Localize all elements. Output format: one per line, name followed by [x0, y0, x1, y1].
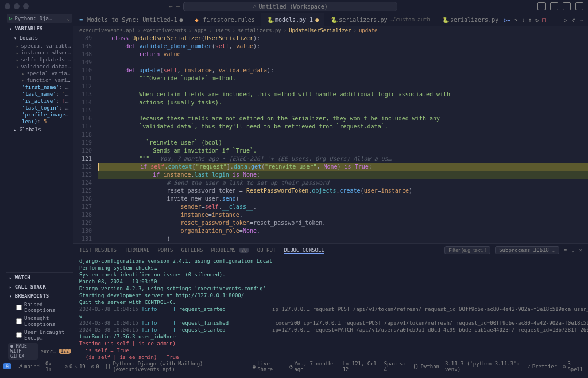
code-line[interactable]: # Send the user a link to set up their p… — [98, 179, 588, 187]
toggle-sidebar-icon[interactable] — [550, 2, 558, 10]
code-line[interactable]: """ You, 7 months ago • [EXEC-226] "+ (E… — [98, 155, 588, 163]
nav-back-icon[interactable]: ← — [169, 3, 173, 10]
subprocess-selector[interactable]: Subprocess 30618 ⌄ — [495, 246, 559, 254]
variable-item[interactable]: validated_data: {'first_… — [6, 63, 74, 70]
nav-forward-icon[interactable]: → — [176, 3, 180, 10]
cursor-position[interactable]: Ln 121, Col 12 — [342, 361, 378, 372]
editor-tab[interactable]: ≡Models to Sync: Untitled-1● — [74, 13, 189, 26]
interpreter-status[interactable]: {} Python: Django (with Mailhog) (execut… — [105, 361, 247, 372]
code-line[interactable]: reset_password_token=reset_password_toke… — [98, 219, 588, 227]
code-line[interactable]: if instance.last_login is None: — [98, 171, 588, 179]
close-window[interactable] — [5, 3, 10, 9]
code-line[interactable] — [98, 131, 588, 139]
code-line[interactable] — [98, 83, 588, 91]
breadcrumb-item[interactable]: UpdateUserSerializer — [289, 28, 351, 33]
locals-scope[interactable]: Locals — [6, 33, 74, 42]
remote-indicator[interactable]: ⎘ — [3, 363, 11, 369]
code-line[interactable]: instance=instance, — [98, 211, 588, 219]
variable-item[interactable]: 'is_active': True — [6, 98, 74, 104]
panel-tab[interactable]: Output — [257, 247, 276, 253]
code-line[interactable]: Because these fields are not defined on … — [98, 115, 588, 123]
code-line[interactable] — [98, 59, 588, 67]
variable-item[interactable]: 'last_name': 'User' — [6, 91, 74, 98]
command-center[interactable]: ⌕ Untitled (Workspace) — [183, 2, 397, 11]
callstack-section[interactable]: Call Stack — [6, 282, 74, 291]
variable-item[interactable]: 'first_name': 'Updated' — [6, 84, 74, 91]
start-debug-icon[interactable]: ▷ — [9, 15, 12, 21]
panel-tab[interactable]: Debug Console — [284, 247, 324, 254]
close-panel-icon[interactable]: × — [579, 247, 582, 253]
variable-item[interactable]: len(): 5 — [6, 118, 74, 125]
variable-item[interactable]: special variables — [6, 70, 74, 77]
code-line[interactable]: `validated_data`, thus they'll need to b… — [98, 123, 588, 131]
editor-tab[interactable]: 🐍serializers.py…/users× — [436, 13, 500, 26]
git-sync[interactable]: 0↓ 1↑ — [45, 361, 59, 372]
more-icon[interactable]: ⋯ — [580, 17, 583, 23]
code-line[interactable] — [98, 107, 588, 115]
code-line[interactable]: When certain fields are included, this m… — [98, 91, 588, 99]
code-line[interactable]: sender=self.__class__, — [98, 203, 588, 211]
step-over-icon[interactable]: ↷ — [514, 17, 518, 23]
indentation-status[interactable]: Spaces: 4 — [384, 361, 407, 372]
code-line[interactable]: Sends an invitation if `True`. — [98, 147, 588, 155]
watch-section[interactable]: Watch — [6, 273, 74, 282]
code-line[interactable]: - `reinvite_user` (bool) — [98, 139, 588, 147]
breadcrumb-item[interactable]: apps — [194, 28, 207, 33]
code-line[interactable]: actions (usually tasks). — [98, 99, 588, 107]
editor-tab[interactable]: 🐍models.py 1● — [261, 13, 325, 26]
code-line[interactable]: def update(self, instance, validated_dat… — [98, 67, 588, 75]
debug-config-selector[interactable]: ▷ Python: Dja… ⌄ — [7, 14, 72, 23]
git-blame-status[interactable]: ◔ You, 7 months ago — [289, 361, 336, 372]
code-line[interactable]: """Override `update` method. — [98, 75, 588, 83]
breadcrumb-item[interactable]: executivevents.api — [79, 28, 136, 33]
stop-icon[interactable]: □ — [542, 17, 546, 23]
collapse-panel-icon[interactable]: ⌄ — [571, 247, 574, 253]
code-line[interactable]: reset_password_token = ResetPasswordToke… — [98, 187, 588, 195]
breadcrumb-item[interactable]: users — [214, 28, 230, 33]
step-out-icon[interactable]: ↑ — [528, 17, 532, 23]
code-line[interactable]: class UpdateUserSerializer(UserSerialize… — [98, 34, 588, 42]
code-line[interactable]: def validate_phone_number(self, value): — [98, 42, 588, 50]
split-icon[interactable]: ⫽ — [571, 17, 577, 23]
prettier-status[interactable]: ✓ Prettier — [527, 361, 557, 372]
variables-section[interactable]: Variables — [6, 24, 74, 33]
customize-layout-icon[interactable] — [575, 2, 583, 10]
maximize-window[interactable] — [23, 3, 29, 9]
globals-scope[interactable]: Globals — [6, 125, 74, 134]
run-icon[interactable]: ▷ — [564, 17, 567, 23]
git-branch[interactable]: ⎇ main* — [17, 364, 40, 369]
breadcrumb-item[interactable]: update — [359, 28, 378, 33]
panel-tab[interactable]: Problems 20 — [211, 247, 249, 253]
language-mode[interactable]: {} Python — [413, 361, 439, 372]
minimize-window[interactable] — [14, 3, 20, 9]
code-line[interactable]: return value — [98, 50, 588, 59]
spell-status[interactable]: ⊙ 3 Spell — [563, 361, 585, 372]
panel-tab[interactable]: Ports — [157, 247, 173, 253]
panel-tab[interactable]: Terminal — [125, 247, 149, 253]
chevron-down-icon[interactable]: ⌄ — [67, 15, 70, 21]
variable-item[interactable]: 'last_login': None — [6, 104, 74, 111]
code-line[interactable]: invite_new_user.send( — [98, 195, 588, 203]
python-version[interactable]: 3.11.3 ('python-3.11.3': venv) — [445, 361, 521, 372]
ports-status[interactable]: ⊙ 0 — [91, 364, 99, 369]
breakpoints-section[interactable]: Breakpoints — [6, 291, 74, 301]
panel-tab[interactable]: GitLens — [181, 247, 203, 253]
step-into-icon[interactable]: ↓ — [521, 17, 525, 23]
breakpoint-item[interactable]: Raised Exceptions — [6, 301, 74, 314]
liveshare-status[interactable]: ◉ Live Share — [253, 361, 284, 372]
variable-item[interactable]: special variables — [6, 42, 74, 49]
breakpoint-item[interactable]: User Uncaught Excep… — [6, 328, 74, 342]
clear-console-icon[interactable]: ≡ — [564, 247, 567, 253]
toggle-secondary-icon[interactable] — [563, 2, 571, 10]
breakpoint-item[interactable]: Uncaught Exceptions — [6, 314, 74, 328]
code-line[interactable]: if self.context["request"].data.get("rei… — [98, 163, 588, 171]
editor-tab[interactable]: ◆firestore.rules — [189, 13, 261, 26]
variable-item[interactable]: self: UpdateUserSerial… — [6, 56, 74, 63]
panel-tab[interactable]: Test Results — [79, 247, 117, 253]
breadcrumb[interactable]: executivevents.api›executivevents›apps›u… — [74, 26, 588, 34]
restart-icon[interactable]: ↻ — [535, 17, 539, 23]
variable-item[interactable]: function variables — [6, 77, 74, 84]
variable-item[interactable]: 'profile_image_url': 'h… — [6, 111, 74, 118]
breadcrumb-item[interactable]: serializers.py — [238, 28, 281, 33]
toggle-panel-icon[interactable] — [537, 2, 546, 10]
